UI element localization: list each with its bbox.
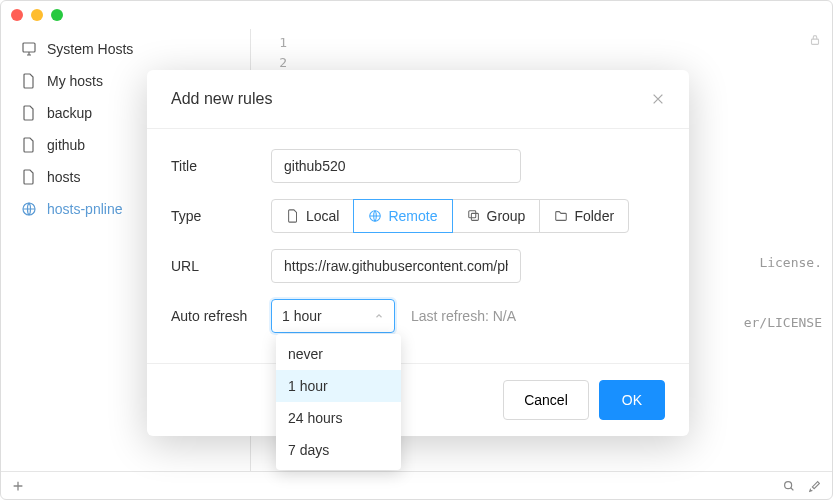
sidebar-item-label: My hosts bbox=[47, 73, 103, 89]
sidebar-item-label: backup bbox=[47, 105, 92, 121]
refresh-option-24-hours[interactable]: 24 hours bbox=[276, 402, 401, 434]
refresh-option-1-hour[interactable]: 1 hour bbox=[276, 370, 401, 402]
last-refresh-text: Last refresh: N/A bbox=[411, 308, 516, 324]
add-button[interactable] bbox=[11, 479, 25, 493]
lock-icon bbox=[808, 33, 822, 47]
window-maximize-button[interactable] bbox=[51, 9, 63, 21]
title-label: Title bbox=[171, 158, 271, 174]
type-label: Type bbox=[171, 208, 271, 224]
refresh-option-never[interactable]: never bbox=[276, 338, 401, 370]
copy-icon bbox=[467, 209, 481, 223]
auto-refresh-dropdown: never 1 hour 24 hours 7 days bbox=[276, 334, 401, 470]
cancel-button[interactable]: Cancel bbox=[503, 380, 589, 420]
modal-title: Add new rules bbox=[171, 90, 272, 108]
settings-icon[interactable] bbox=[808, 479, 822, 493]
search-icon[interactable] bbox=[782, 479, 796, 493]
file-icon bbox=[286, 209, 300, 223]
svg-point-3 bbox=[785, 481, 792, 488]
sidebar-item-label: hosts-pnline bbox=[47, 201, 123, 217]
file-icon bbox=[21, 137, 37, 153]
sidebar-item-label: System Hosts bbox=[47, 41, 133, 57]
svg-rect-6 bbox=[468, 211, 475, 218]
window-close-button[interactable] bbox=[11, 9, 23, 21]
type-option-remote[interactable]: Remote bbox=[353, 199, 452, 233]
type-option-folder[interactable]: Folder bbox=[539, 199, 629, 233]
auto-refresh-select[interactable]: 1 hour bbox=[271, 299, 395, 333]
file-icon bbox=[21, 73, 37, 89]
file-icon bbox=[21, 105, 37, 121]
sidebar-item-label: github bbox=[47, 137, 85, 153]
close-icon[interactable] bbox=[651, 92, 665, 106]
svg-rect-0 bbox=[23, 43, 35, 52]
window-minimize-button[interactable] bbox=[31, 9, 43, 21]
sidebar-item-label: hosts bbox=[47, 169, 80, 185]
globe-icon bbox=[368, 209, 382, 223]
sidebar-item-system-hosts[interactable]: System Hosts bbox=[1, 33, 250, 65]
auto-refresh-label: Auto refresh bbox=[171, 308, 271, 324]
svg-rect-5 bbox=[471, 213, 478, 220]
type-option-local[interactable]: Local bbox=[271, 199, 354, 233]
add-rules-modal: Add new rules Title Type Local bbox=[147, 70, 689, 436]
url-input[interactable] bbox=[271, 249, 521, 283]
type-option-group[interactable]: Group bbox=[452, 199, 541, 233]
title-input[interactable] bbox=[271, 149, 521, 183]
folder-icon bbox=[554, 209, 568, 223]
chevron-up-icon bbox=[374, 311, 384, 321]
ok-button[interactable]: OK bbox=[599, 380, 665, 420]
desktop-icon bbox=[21, 41, 37, 57]
refresh-option-7-days[interactable]: 7 days bbox=[276, 434, 401, 466]
url-label: URL bbox=[171, 258, 271, 274]
globe-icon bbox=[21, 201, 37, 217]
file-icon bbox=[21, 169, 37, 185]
svg-rect-2 bbox=[812, 39, 819, 44]
